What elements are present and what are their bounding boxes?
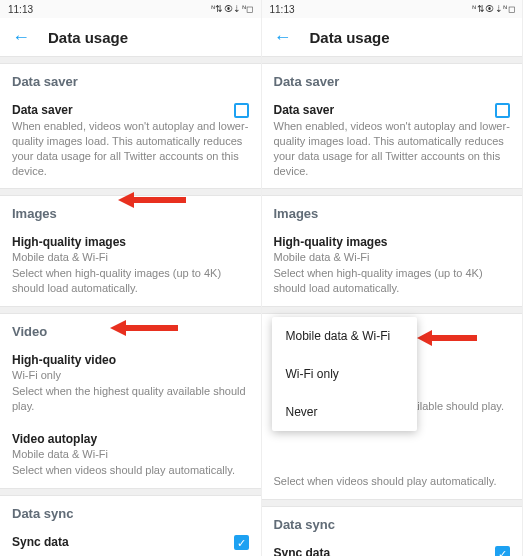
setting-desc: When enabled, videos won't autoplay and … (12, 119, 249, 178)
setting-data-saver[interactable]: Data saver When enabled, videos won't au… (0, 95, 261, 188)
setting-title: Sync data (274, 546, 511, 556)
popup-menu: Mobile data & Wi-Fi Wi-Fi only Never (272, 317, 417, 431)
setting-title: Sync data (12, 535, 249, 549)
phone-right: 11:13 ᴺ ⇅ ⦿ ⇣ ᴺ ◻ ← Data usage Data save… (262, 0, 524, 556)
setting-data-saver[interactable]: Data saver When enabled, videos won't au… (262, 95, 523, 188)
setting-video-autoplay[interactable]: Select when videos should play automatic… (262, 424, 523, 499)
section-images: Images (0, 196, 261, 227)
page-title: Data usage (310, 29, 390, 46)
status-indicators: ᴺ ⇅ ⦿ ⇣ ᴺ ◻ (472, 4, 514, 14)
setting-desc: Select when the highest quality availabl… (12, 384, 249, 414)
checkbox-data-saver[interactable] (234, 103, 249, 118)
divider (262, 188, 523, 196)
divider (0, 188, 261, 196)
checkbox-sync-data[interactable] (234, 535, 249, 550)
setting-title: Data saver (274, 103, 511, 117)
section-data-saver: Data saver (0, 64, 261, 95)
setting-desc: Select when high-quality images (up to 4… (12, 266, 249, 296)
status-time: 11:13 (8, 4, 33, 15)
status-indicators: ᴺ ⇅ ⦿ ⇣ ᴺ ◻ (211, 4, 253, 14)
status-bar: 11:13 ᴺ ⇅ ⦿ ⇣ ᴺ ◻ (0, 0, 261, 18)
section-video: Video (0, 314, 261, 345)
page-title: Data usage (48, 29, 128, 46)
setting-hq-images[interactable]: High-quality images Mobile data & Wi-Fi … (0, 227, 261, 306)
popup-option-mobile-wifi[interactable]: Mobile data & Wi-Fi (272, 317, 417, 355)
divider (0, 56, 261, 64)
setting-value: Wi-Fi only (12, 369, 249, 381)
setting-desc: Select when videos should play automatic… (12, 463, 249, 478)
setting-value: Mobile data & Wi-Fi (274, 251, 511, 263)
content: Data saver Data saver When enabled, vide… (262, 56, 523, 556)
app-bar: ← Data usage (262, 18, 523, 56)
section-data-saver: Data saver (262, 64, 523, 95)
setting-title: Video autoplay (12, 432, 249, 446)
divider (262, 56, 523, 64)
setting-title: High-quality images (12, 235, 249, 249)
divider (262, 499, 523, 507)
section-data-sync: Data sync (0, 496, 261, 527)
setting-title: High-quality images (274, 235, 511, 249)
section-data-sync: Data sync (262, 507, 523, 538)
popup-option-wifi-only[interactable]: Wi-Fi only (272, 355, 417, 393)
setting-value: Mobile data & Wi-Fi (12, 251, 249, 263)
setting-title: Data saver (12, 103, 249, 117)
back-icon[interactable]: ← (12, 27, 30, 48)
divider (0, 488, 261, 496)
setting-title: High-quality video (12, 353, 249, 367)
setting-sync-data[interactable]: Sync data (0, 527, 261, 556)
setting-desc: Select when videos should play automatic… (274, 474, 511, 489)
divider (0, 306, 261, 314)
setting-sync-data[interactable]: Sync data (262, 538, 523, 556)
setting-hq-images[interactable]: High-quality images Mobile data & Wi-Fi … (262, 227, 523, 306)
popup-option-never[interactable]: Never (272, 393, 417, 431)
status-time: 11:13 (270, 4, 295, 15)
setting-value: Mobile data & Wi-Fi (12, 448, 249, 460)
app-bar: ← Data usage (0, 18, 261, 56)
phone-left: 11:13 ᴺ ⇅ ⦿ ⇣ ᴺ ◻ ← Data usage Data save… (0, 0, 262, 556)
setting-hq-video[interactable]: High-quality video Wi-Fi only Select whe… (0, 345, 261, 424)
section-images: Images (262, 196, 523, 227)
divider (262, 306, 523, 314)
back-icon[interactable]: ← (274, 27, 292, 48)
setting-desc: Select when high-quality images (up to 4… (274, 266, 511, 296)
content: Data saver Data saver When enabled, vide… (0, 56, 261, 556)
checkbox-data-saver[interactable] (495, 103, 510, 118)
status-bar: 11:13 ᴺ ⇅ ⦿ ⇣ ᴺ ◻ (262, 0, 523, 18)
setting-desc: When enabled, videos won't autoplay and … (274, 119, 511, 178)
checkbox-sync-data[interactable] (495, 546, 510, 556)
setting-video-autoplay[interactable]: Video autoplay Mobile data & Wi-Fi Selec… (0, 424, 261, 488)
